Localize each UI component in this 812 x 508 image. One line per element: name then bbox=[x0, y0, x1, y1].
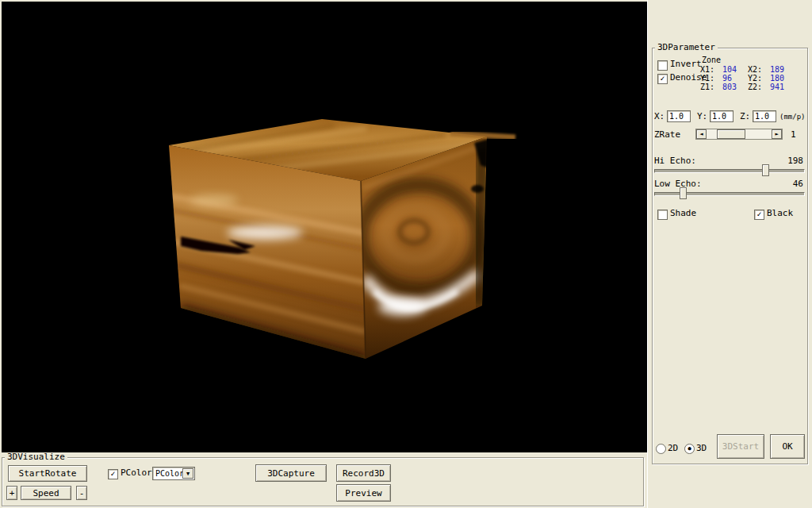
mode-3d-radio[interactable]: ● bbox=[684, 444, 695, 454]
mode-2d-label: 2D bbox=[668, 444, 678, 453]
scale-z-label: Z: bbox=[740, 112, 750, 121]
start-3d-button[interactable]: 3DStart bbox=[717, 434, 764, 459]
ok-button[interactable]: OK bbox=[770, 434, 805, 459]
3d-volume-render[interactable] bbox=[2, 2, 647, 452]
zrate-value: 1 bbox=[791, 130, 796, 140]
mode-3d-label: 3D bbox=[696, 444, 707, 453]
zrate-left-arrow[interactable]: ◄ bbox=[696, 129, 707, 139]
param-group-title: 3DParameter bbox=[655, 43, 718, 52]
scale-y-input[interactable]: 1.0 bbox=[710, 110, 733, 122]
black-label: Black bbox=[767, 209, 793, 218]
low-echo-label: Low Echo: bbox=[654, 179, 702, 189]
visualize-group-title: 3DVisualize bbox=[5, 452, 67, 462]
pcolor-checkbox[interactable]: ✓ bbox=[108, 469, 118, 479]
black-checkbox[interactable]: ✓ bbox=[754, 210, 764, 220]
capture-3d-button[interactable]: 3DCapture bbox=[255, 464, 327, 482]
zone-x2-label: X2: bbox=[748, 65, 762, 74]
hi-echo-value: 198 bbox=[775, 156, 803, 166]
shade-label: Shade bbox=[670, 209, 696, 218]
zrate-thumb[interactable] bbox=[717, 129, 745, 139]
scale-z-input[interactable]: 1.0 bbox=[753, 110, 776, 122]
speed-plus-button[interactable]: + bbox=[6, 486, 17, 500]
parameter-panel: 3DParameter Invert ✓ Denoise Zone X1: 10… bbox=[647, 0, 812, 508]
mode-2d-radio[interactable] bbox=[656, 444, 666, 454]
low-echo-slider[interactable] bbox=[680, 187, 687, 199]
scale-x-input[interactable]: 1.0 bbox=[667, 110, 691, 122]
hi-echo-slider[interactable] bbox=[762, 164, 769, 176]
preview-button[interactable]: Preview bbox=[336, 484, 391, 502]
zone-z1-label: Z1: bbox=[700, 83, 714, 91]
pcolor-dropdown-value: PColor bbox=[155, 468, 184, 479]
zone-x1-value: 104 bbox=[722, 65, 737, 74]
zone-title: Zone bbox=[702, 56, 721, 64]
chevron-down-icon[interactable]: ▼ bbox=[182, 468, 193, 479]
speed-button[interactable]: Speed bbox=[21, 486, 71, 500]
record-3d-button[interactable]: Record3D bbox=[336, 464, 391, 482]
shade-checkbox[interactable] bbox=[657, 210, 668, 220]
visualize-bar: 3DVisualize StartRotate + Speed - ✓ PCol… bbox=[0, 452, 647, 508]
hi-echo-label: Hi Echo: bbox=[654, 156, 696, 166]
speed-minus-button[interactable]: - bbox=[76, 486, 87, 500]
zone-y2-value: 180 bbox=[770, 74, 784, 83]
low-echo-value: 46 bbox=[775, 179, 803, 189]
zrate-scrollbar[interactable]: ◄ ► bbox=[695, 129, 783, 140]
hi-echo-track[interactable] bbox=[654, 169, 805, 173]
denoise-checkbox[interactable]: ✓ bbox=[657, 74, 668, 84]
pcolor-dropdown[interactable]: PColor ▼ bbox=[152, 467, 195, 480]
zone-z2-value: 941 bbox=[770, 83, 784, 91]
zone-y1-value: 96 bbox=[722, 74, 732, 83]
zone-y2-label: Y2: bbox=[748, 74, 762, 83]
scale-unit-label: (mm/p) bbox=[779, 112, 806, 121]
zone-z2-label: Z2: bbox=[748, 83, 762, 91]
zrate-label: ZRate bbox=[654, 130, 680, 140]
low-echo-track[interactable] bbox=[654, 192, 805, 196]
zone-x1-label: X1: bbox=[700, 65, 714, 74]
zrate-right-arrow[interactable]: ► bbox=[772, 129, 782, 139]
zone-y1-label: Y1: bbox=[700, 74, 714, 83]
scale-x-label: X: bbox=[654, 112, 665, 121]
scale-y-label: Y: bbox=[697, 112, 707, 121]
start-rotate-button[interactable]: StartRotate bbox=[8, 465, 87, 482]
zone-z1-value: 803 bbox=[722, 83, 737, 91]
pcolor-label: PColor bbox=[121, 468, 152, 478]
zone-x2-value: 189 bbox=[770, 65, 784, 74]
invert-label: Invert bbox=[670, 60, 702, 69]
invert-checkbox[interactable] bbox=[657, 60, 668, 71]
render-viewport[interactable] bbox=[2, 2, 647, 452]
